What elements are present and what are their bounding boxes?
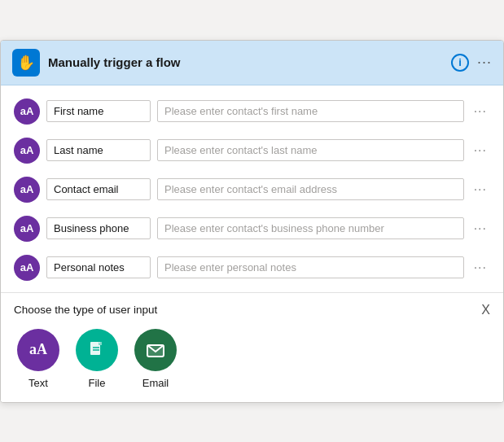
card: ✋ Manually trigger a flow i ··· aA First…	[0, 40, 504, 403]
file-type-label: File	[89, 377, 106, 389]
close-button[interactable]: X	[481, 303, 490, 317]
input-types-list: aA Text File	[14, 329, 490, 389]
file-type-icon	[76, 329, 118, 371]
header: ✋ Manually trigger a flow i ···	[1, 41, 503, 85]
row-more-button[interactable]: ···	[471, 103, 490, 120]
field-label: Contact email	[46, 178, 151, 200]
input-type-text[interactable]: aA Text	[17, 329, 59, 389]
field-label: Last name	[46, 139, 151, 161]
email-type-icon	[134, 329, 177, 371]
row-more-button[interactable]: ···	[471, 181, 490, 199]
row-more-button[interactable]: ···	[471, 259, 490, 277]
header-actions: i ···	[451, 54, 492, 72]
choose-header: Choose the type of user input X	[14, 303, 490, 317]
fields-area: aA First name Please enter contact's fir…	[1, 85, 503, 292]
avatar: aA	[14, 255, 40, 281]
table-row: aA Contact email Please enter contact's …	[14, 172, 490, 208]
svg-rect-2	[99, 342, 102, 345]
header-icon: ✋	[12, 49, 40, 77]
info-icon[interactable]: i	[451, 54, 469, 72]
field-label: Personal notes	[46, 256, 151, 278]
row-more-button[interactable]: ···	[471, 142, 490, 160]
header-more-button[interactable]: ···	[477, 54, 492, 71]
field-input[interactable]: Please enter contact's business phone nu…	[157, 217, 464, 239]
email-type-label: Email	[142, 377, 169, 389]
avatar: aA	[14, 138, 40, 164]
text-type-icon: aA	[17, 329, 59, 371]
avatar: aA	[14, 216, 40, 242]
avatar: aA	[14, 177, 40, 203]
table-row: aA First name Please enter contact's fir…	[14, 94, 490, 129]
field-input[interactable]: Please enter contact's last name	[157, 139, 464, 161]
field-input[interactable]: Please enter contact's first name	[157, 100, 464, 122]
table-row: aA Personal notes Please enter personal …	[14, 250, 490, 286]
table-row: aA Last name Please enter contact's last…	[14, 133, 490, 168]
avatar: aA	[14, 98, 40, 125]
field-label: First name	[46, 100, 151, 122]
field-input[interactable]: Please enter contact's email address	[157, 178, 464, 200]
choose-title: Choose the type of user input	[14, 304, 157, 316]
row-more-button[interactable]: ···	[471, 220, 490, 238]
choose-section: Choose the type of user input X aA Text	[1, 292, 503, 402]
input-type-file[interactable]: File	[76, 329, 118, 389]
input-type-email[interactable]: Email	[134, 329, 177, 389]
header-title: Manually trigger a flow	[48, 55, 443, 69]
field-input[interactable]: Please enter personal notes	[157, 256, 464, 278]
field-label: Business phone	[46, 217, 151, 239]
hand-icon: ✋	[17, 54, 35, 72]
table-row: aA Business phone Please enter contact's…	[14, 211, 490, 247]
text-type-label: Text	[28, 377, 48, 389]
